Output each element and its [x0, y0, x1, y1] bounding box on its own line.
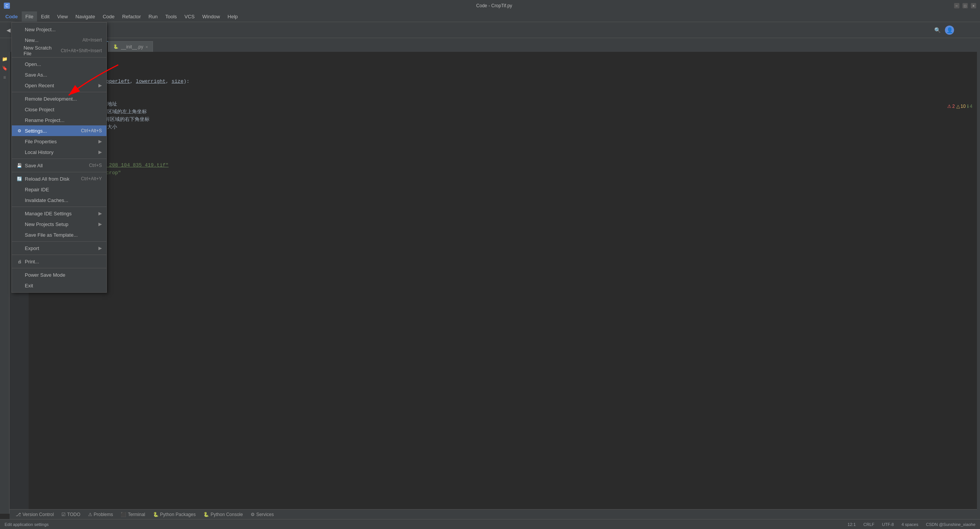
problems-tab[interactable]: ⚠ Problems: [85, 510, 116, 519]
menu-new-project[interactable]: New Project...: [12, 24, 106, 35]
reload-shortcut: Ctrl+Alt+Y: [81, 176, 102, 181]
save-as-label: Save As...: [25, 72, 47, 78]
info-badge[interactable]: ℹ 4: [967, 104, 972, 109]
reload-icon: 🔄: [16, 176, 23, 181]
menu-save-template[interactable]: Save File as Template...: [12, 229, 106, 240]
menu-new[interactable]: New... Alt+Insert: [12, 35, 106, 45]
menu-tools[interactable]: Tools: [161, 11, 180, 22]
editor-tabbar: ⊕ ↕ ↔ ⚙ − 🐍 CropTif.py × 🐍 __init__.py ×: [0, 38, 980, 52]
export-label: Export: [25, 245, 39, 251]
edit-settings[interactable]: Edit application settings: [3, 522, 50, 527]
window-title: Code - CropTif.py: [34, 3, 954, 8]
menu-exit[interactable]: Exit: [12, 280, 106, 291]
tab-init-close-icon[interactable]: ×: [145, 45, 148, 49]
version-control-tab[interactable]: ⎇ Version Control: [13, 510, 57, 519]
warnings-area: ⚠ 2 △ 10 ℹ 4: [947, 104, 972, 109]
terminal-tab[interactable]: ⬛ Terminal: [117, 510, 148, 519]
scratch-label: New Scratch File: [24, 45, 53, 56]
menu-help[interactable]: Help: [224, 11, 242, 22]
services-tab[interactable]: ⚙ Services: [248, 510, 277, 519]
git-user-info[interactable]: CSDN @Sunshine_xiaohe: [924, 522, 977, 527]
vertical-scrollbar[interactable]: [977, 52, 980, 514]
python-pkg-icon: 🐍: [153, 512, 159, 517]
app-icon: C: [4, 3, 10, 9]
sidebar-bookmark-icon[interactable]: 🔖: [0, 64, 9, 72]
sidebar-project-icon[interactable]: 📁: [0, 55, 9, 63]
sidebar: 📁 🔖 ≡: [0, 52, 10, 514]
info-icon: ℹ: [967, 104, 969, 109]
menu-local-history[interactable]: Local History ▶: [12, 147, 106, 157]
menu-new-projects-setup[interactable]: New Projects Setup ▶: [12, 219, 106, 229]
todo-label: TODO: [67, 512, 80, 517]
error-badge[interactable]: ⚠ 2: [947, 104, 955, 109]
minimize-button[interactable]: −: [954, 3, 959, 8]
menu-power-save[interactable]: Power Save Mode: [12, 269, 106, 280]
menu-file[interactable]: File: [22, 11, 37, 22]
template-label: Save File as Template...: [25, 232, 78, 238]
toolbar-search[interactable]: 🔍: [932, 25, 943, 35]
todo-tab[interactable]: ☑ TODO: [58, 510, 83, 519]
menu-code[interactable]: Code: [99, 11, 118, 22]
menu-rename-project[interactable]: Rename Project...: [12, 115, 106, 125]
menu-settings[interactable]: ⚙Settings... Ctrl+Alt+S: [12, 125, 106, 136]
warning-badge[interactable]: △ 10: [956, 104, 966, 109]
power-save-label: Power Save Mode: [25, 272, 65, 278]
main-toolbar: ◀ ▶ ▶ 🐛 ⚙ 🔍 👤: [0, 22, 980, 38]
menu-code-logo[interactable]: Code: [2, 11, 22, 22]
menu-run[interactable]: Run: [145, 11, 161, 22]
new-project-label: New Project...: [25, 27, 56, 32]
cursor-position[interactable]: 12:1: [846, 522, 857, 527]
menu-invalidate[interactable]: Invalidate Caches...: [12, 195, 106, 205]
version-control-label: Version Control: [23, 512, 54, 517]
menu-reload[interactable]: 🔄Reload All from Disk Ctrl+Alt+Y: [12, 173, 106, 184]
separator1: [12, 57, 106, 58]
python-console-tab[interactable]: 🐍 Python Console: [200, 510, 246, 519]
code-content[interactable]: import cv2 def CropTif(src, dest, dupper…: [29, 52, 980, 514]
menu-save-all[interactable]: 💾Save All Ctrl+S: [12, 160, 106, 171]
menu-manage-ide[interactable]: Manage IDE Settings ▶: [12, 208, 106, 219]
menu-vcs[interactable]: VCS: [181, 11, 199, 22]
terminal-icon: ⬛: [121, 512, 126, 517]
position-label: 12:1: [848, 522, 856, 527]
repair-label: Repair IDE: [25, 187, 49, 192]
settings-label: Settings...: [25, 128, 47, 134]
menu-remote-dev[interactable]: Remote Development...: [12, 93, 106, 104]
menu-repair-ide[interactable]: Repair IDE: [12, 184, 106, 195]
menu-refactor[interactable]: Refactor: [118, 11, 145, 22]
rename-label: Rename Project...: [25, 117, 64, 123]
recent-label: Open Recent: [25, 83, 54, 88]
menu-window[interactable]: Window: [198, 11, 224, 22]
close-project-label: Close Project: [25, 107, 54, 112]
python-packages-tab[interactable]: 🐍 Python Packages: [150, 510, 199, 519]
menu-close-project[interactable]: Close Project: [12, 104, 106, 115]
menu-print[interactable]: 🖨Print...: [12, 256, 106, 267]
line-separator-indicator[interactable]: CRLF: [862, 522, 876, 527]
encoding-indicator[interactable]: UTF-8: [880, 522, 895, 527]
python-console-icon: 🐍: [203, 512, 209, 517]
menubar: Code File Edit View Navigate Code Refact…: [0, 11, 980, 22]
statusbar-right: 12:1 CRLF UTF-8 4 spaces CSDN @Sunshine_…: [846, 522, 977, 527]
problems-icon: ⚠: [88, 512, 92, 517]
menu-new-scratch[interactable]: New Scratch File Ctrl+Alt+Shift+Insert: [12, 45, 106, 56]
menu-open[interactable]: Open...: [12, 59, 106, 69]
file-dropdown-menu: New Project... New... Alt+Insert New Scr…: [11, 22, 107, 293]
menu-open-recent[interactable]: Open Recent ▶: [12, 80, 106, 91]
invalidate-label: Invalidate Caches...: [25, 197, 68, 203]
tab-init[interactable]: 🐍 __init__.py ×: [108, 41, 153, 52]
code-editor[interactable]: 1 2 3 4 5 6 7 8 9 10 11 12 13 14 15 16 1…: [10, 52, 980, 514]
indent-indicator[interactable]: 4 spaces: [900, 522, 920, 527]
sidebar-structure-icon[interactable]: ≡: [0, 73, 9, 82]
menu-save-as[interactable]: Save As...: [12, 69, 106, 80]
tab-init-label: __init__.py: [121, 44, 143, 50]
menu-file-props[interactable]: File Properties ▶: [12, 136, 106, 147]
menu-navigate[interactable]: Navigate: [72, 11, 99, 22]
menu-view[interactable]: View: [53, 11, 72, 22]
menu-edit[interactable]: Edit: [37, 11, 53, 22]
problems-label: Problems: [94, 512, 113, 517]
maximize-button[interactable]: □: [962, 3, 968, 8]
bottom-toolbar: ⎇ Version Control ☑ TODO ⚠ Problems ⬛ Te…: [10, 509, 980, 519]
close-button[interactable]: ×: [971, 3, 976, 8]
toolbar-profile[interactable]: 👤: [945, 26, 954, 35]
recent-arrow: ▶: [98, 83, 102, 88]
menu-export[interactable]: Export ▶: [12, 243, 106, 253]
